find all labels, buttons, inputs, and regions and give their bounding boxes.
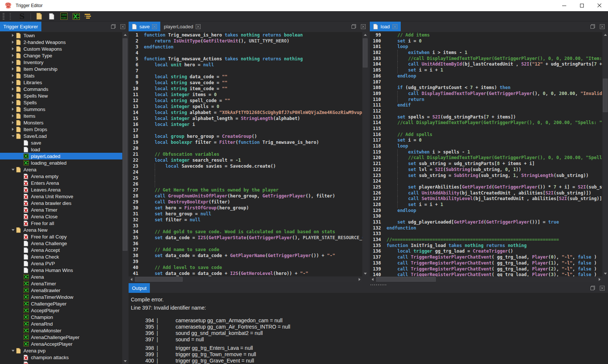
- tree-item[interactable]: ArenaMonster: [0, 327, 122, 334]
- chevron-right-icon[interactable]: [10, 81, 16, 84]
- editor-1-hscrollbar[interactable]: [129, 276, 362, 282]
- tab-trigger-explorer[interactable]: Trigger Explorer: [0, 22, 41, 31]
- tree-item[interactable]: Arena Check: [0, 253, 122, 260]
- scroll-down-icon[interactable]: [362, 271, 368, 276]
- tree-scrollbar-thumb[interactable]: [123, 38, 127, 251]
- editor-1-vscrollbar[interactable]: [362, 32, 368, 276]
- tree-item[interactable]: Stats: [0, 72, 122, 79]
- tab-output[interactable]: Output: [129, 283, 150, 293]
- tree-item[interactable]: Champion: [0, 314, 122, 320]
- tree-item[interactable]: ArenaTimerWindow: [0, 294, 122, 300]
- tree-scrollbar[interactable]: [122, 32, 128, 364]
- tree-item[interactable]: load: [0, 146, 122, 153]
- tree-item[interactable]: Save/Load: [0, 133, 122, 139]
- chevron-right-icon[interactable]: [10, 101, 16, 104]
- convert-binary-button[interactable]: 1010 0101: [59, 12, 68, 21]
- tree-item[interactable]: ArenaAcceptPlayer: [0, 341, 122, 347]
- tree-item[interactable]: ArenaChallengePlayer: [0, 334, 122, 341]
- float-panel-icon[interactable]: [352, 24, 356, 29]
- tree-item[interactable]: Arena Close: [0, 213, 122, 220]
- script-tool-button[interactable]: S: [18, 12, 26, 21]
- tree-item[interactable]: Free for all: [0, 220, 122, 227]
- chevron-right-icon[interactable]: [10, 54, 16, 57]
- float-panel-icon[interactable]: [590, 24, 595, 29]
- tree-item[interactable]: ArenaBrawler: [0, 287, 122, 294]
- code-editor-load[interactable]: 9910010110210310410510610710810911011111…: [370, 32, 602, 276]
- scrollbar-thumb[interactable]: [363, 38, 368, 67]
- tree-item[interactable]: Item Drops: [0, 126, 122, 133]
- scroll-right-icon[interactable]: [597, 276, 602, 282]
- tree-item[interactable]: champion attacks: [0, 354, 122, 361]
- chevron-right-icon[interactable]: [10, 61, 16, 64]
- editor-2-hscrollbar[interactable]: [370, 276, 602, 282]
- tab-playerLoaded[interactable]: playerLoaded: [160, 22, 204, 31]
- chevron-right-icon[interactable]: [10, 47, 16, 50]
- tree-item[interactable]: loading_enabled: [0, 159, 122, 166]
- tree-item[interactable]: Enters Arena: [0, 180, 122, 186]
- tree-item[interactable]: playerLoaded: [0, 153, 122, 159]
- scrollbar-thumb[interactable]: [603, 79, 608, 112]
- tree-item[interactable]: ChallengePlayer: [0, 300, 122, 307]
- chevron-down-icon[interactable]: [10, 350, 16, 352]
- tree-item[interactable]: Arena New: [0, 227, 122, 233]
- editor-2-vscrollbar[interactable]: [602, 32, 608, 276]
- tree-item[interactable]: Libraries: [0, 79, 122, 86]
- tree-item[interactable]: Change Type: [0, 52, 122, 59]
- scroll-down-icon[interactable]: [122, 358, 128, 364]
- tree-item[interactable]: ArenaTimer: [0, 280, 122, 287]
- close-panel-icon[interactable]: [361, 24, 366, 29]
- scrollbar-thumb[interactable]: [376, 277, 436, 282]
- chevron-right-icon[interactable]: [10, 67, 16, 70]
- code-area[interactable]: function Trig_newsave_is_hero takes noth…: [138, 32, 362, 276]
- tree-item[interactable]: Arena: [0, 273, 122, 280]
- tree-item[interactable]: Arena brawler dies: [0, 200, 122, 206]
- chevron-right-icon[interactable]: [10, 121, 16, 124]
- close-panel-icon[interactable]: [120, 24, 125, 29]
- chevron-right-icon[interactable]: [10, 94, 16, 97]
- tab-load[interactable]: load: [370, 22, 401, 31]
- tree-item[interactable]: Inventory: [0, 59, 122, 66]
- tree-item[interactable]: Arena Timer: [0, 206, 122, 213]
- tree-item[interactable]: Free for all Copy: [0, 233, 122, 240]
- tree-item[interactable]: Arena Challenge: [0, 240, 122, 247]
- tree-item[interactable]: Arena PVP: [0, 260, 122, 267]
- tree-item[interactable]: 2-handed Weapons: [0, 39, 122, 45]
- tree-item[interactable]: Spells New: [0, 92, 122, 99]
- tree-item[interactable]: Item Ownership: [0, 66, 122, 72]
- scroll-left-icon[interactable]: [370, 276, 375, 282]
- tree-item[interactable]: Arena pvp: [0, 347, 122, 354]
- chevron-down-icon[interactable]: [10, 135, 16, 137]
- new-category-button[interactable]: [35, 12, 44, 21]
- chevron-right-icon[interactable]: [10, 88, 16, 91]
- close-tab-icon[interactable]: [196, 24, 201, 29]
- tree-item[interactable]: Spells: [0, 99, 122, 106]
- tree-item[interactable]: Leaves Arena: [0, 186, 122, 193]
- tree-item[interactable]: AcceptPlayer: [0, 307, 122, 314]
- trigger-tree[interactable]: Town2-handed WeaponsCustom WeaponsChange…: [0, 32, 122, 364]
- tree-item[interactable]: Town: [0, 32, 122, 39]
- new-script-button[interactable]: [72, 12, 81, 21]
- close-panel-icon[interactable]: [600, 24, 605, 29]
- close-panel-icon[interactable]: [600, 286, 605, 291]
- chevron-right-icon[interactable]: [10, 128, 16, 131]
- float-panel-icon[interactable]: [590, 286, 595, 290]
- new-trigger-button[interactable]: [47, 12, 56, 21]
- code-area[interactable]: // Add items set i = 0 loop exitwhen i >…: [381, 32, 602, 276]
- chevron-right-icon[interactable]: [10, 108, 16, 111]
- scroll-right-icon[interactable]: [357, 276, 362, 282]
- scroll-up-icon[interactable]: [602, 32, 608, 38]
- tree-item[interactable]: Arena Unit Remove: [0, 193, 122, 200]
- comment-list-button[interactable]: [84, 12, 93, 21]
- scroll-down-icon[interactable]: [602, 271, 608, 276]
- tree-item[interactable]: ArenaRnd: [0, 320, 122, 327]
- maximize-button[interactable]: [573, 0, 590, 11]
- tree-item[interactable]: Custom Weapons: [0, 45, 122, 52]
- close-tab-icon[interactable]: [152, 24, 157, 29]
- chevron-down-icon[interactable]: [10, 169, 16, 171]
- tree-item[interactable]: [0, 361, 122, 364]
- chevron-right-icon[interactable]: [10, 41, 16, 44]
- scroll-up-icon[interactable]: [362, 32, 368, 38]
- toolbar-grip[interactable]: [3, 13, 4, 20]
- float-panel-icon[interactable]: [111, 24, 116, 29]
- code-editor-save[interactable]: 1234567891011121314151617181920212223242…: [129, 32, 362, 276]
